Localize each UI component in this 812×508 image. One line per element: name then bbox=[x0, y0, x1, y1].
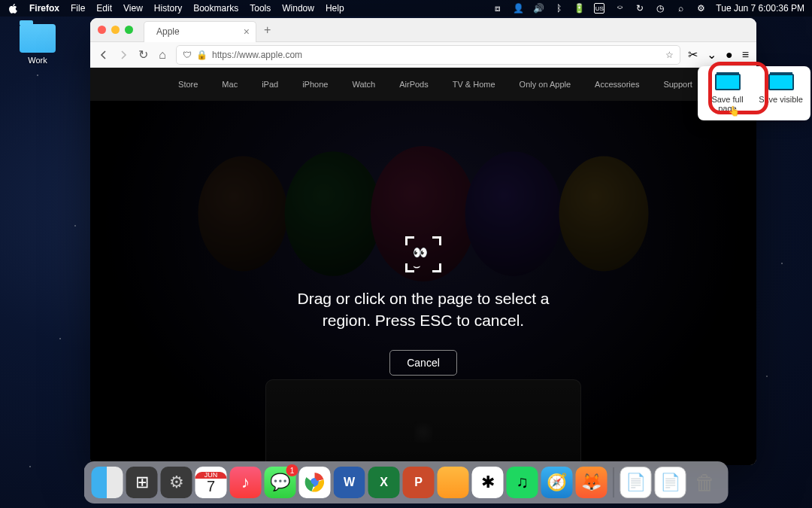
macos-dock: ⊞ ⚙ JUN7 ♪ 💬1 W X P ✱ ♫ 🧭 🦊 📄 📄 🗑 bbox=[84, 461, 729, 503]
url-text: https://www.apple.com bbox=[212, 50, 302, 60]
apple-logo-icon[interactable] bbox=[8, 3, 18, 14]
bluetooth-icon[interactable]: ᛒ bbox=[553, 3, 564, 14]
save-visible-button[interactable]: Save visible bbox=[754, 71, 807, 116]
home-button[interactable]: ⌂ bbox=[156, 49, 168, 61]
save-full-page-button[interactable]: Save full page bbox=[701, 71, 754, 116]
tab-close-button[interactable]: × bbox=[244, 26, 250, 38]
user-icon[interactable]: 👤 bbox=[513, 3, 523, 14]
menu-tools[interactable]: Tools bbox=[250, 3, 271, 14]
dock-slack[interactable]: ✱ bbox=[472, 467, 504, 498]
forward-button[interactable] bbox=[117, 49, 129, 61]
dock-spotify[interactable]: ♫ bbox=[507, 467, 538, 498]
hero-section: 👀⌣ Drag or click on the page to select a… bbox=[90, 101, 756, 465]
dock-firefox[interactable]: 🦊 bbox=[576, 467, 607, 498]
dock-launchpad[interactable]: ⊞ bbox=[126, 467, 158, 498]
nav-tvhome[interactable]: TV & Home bbox=[453, 80, 495, 89]
page-content: Store Mac iPad iPhone Watch AirPods TV &… bbox=[90, 68, 756, 465]
menu-view[interactable]: View bbox=[123, 3, 143, 14]
overlay-instruction: Drag or click on the page to select a re… bbox=[297, 287, 549, 332]
crop-region-icon: 👀⌣ bbox=[405, 236, 441, 272]
sync-icon[interactable]: ↻ bbox=[635, 3, 645, 14]
messages-badge: 1 bbox=[286, 464, 298, 476]
menubar-clock[interactable]: Tue Jun 7 6:00:36 PM bbox=[716, 3, 804, 14]
nav-only[interactable]: Only on Apple bbox=[520, 80, 571, 89]
bookmark-star-icon[interactable]: ☆ bbox=[665, 50, 674, 60]
menu-edit[interactable]: Edit bbox=[96, 3, 112, 14]
dock-messages[interactable]: 💬1 bbox=[265, 467, 296, 498]
nav-watch[interactable]: Watch bbox=[352, 80, 375, 89]
dock-folder[interactable] bbox=[438, 467, 469, 498]
dock-chrome[interactable] bbox=[299, 467, 331, 498]
fullpage-thumb-icon bbox=[715, 74, 741, 90]
pocket-icon[interactable]: ⌄ bbox=[707, 47, 717, 62]
save-full-label: Save full page bbox=[702, 95, 753, 113]
visible-thumb-icon bbox=[768, 74, 794, 90]
menu-window[interactable]: Window bbox=[282, 3, 314, 14]
menu-help[interactable]: Help bbox=[326, 3, 344, 14]
url-bar[interactable]: 🛡 🔒 https://www.apple.com ☆ bbox=[176, 45, 680, 65]
nav-airpods[interactable]: AirPods bbox=[399, 80, 429, 89]
nav-ipad[interactable]: iPad bbox=[262, 80, 278, 89]
new-tab-button[interactable]: + bbox=[264, 23, 271, 37]
tab-bar: Apple × + bbox=[90, 18, 756, 42]
nav-accessories[interactable]: Accessories bbox=[595, 80, 639, 89]
input-source-icon[interactable]: US bbox=[594, 3, 604, 14]
lock-icon[interactable]: 🔒 bbox=[196, 50, 208, 60]
dock-settings[interactable]: ⚙ bbox=[161, 467, 192, 498]
volume-icon[interactable]: 🔊 bbox=[533, 3, 544, 14]
dock-music[interactable]: ♪ bbox=[230, 467, 262, 498]
dock-word[interactable]: W bbox=[334, 467, 365, 498]
clock-icon[interactable]: ◷ bbox=[655, 3, 665, 14]
dock-recent-doc[interactable]: 📄 bbox=[620, 467, 652, 498]
save-visible-label: Save visible bbox=[756, 95, 806, 104]
desktop-folder-work[interactable]: Work bbox=[15, 24, 60, 65]
account-icon[interactable]: ● bbox=[726, 48, 733, 62]
nav-store[interactable]: Store bbox=[178, 80, 198, 89]
screenshot-overlay[interactable]: 👀⌣ Drag or click on the page to select a… bbox=[90, 101, 756, 465]
menu-history[interactable]: History bbox=[154, 3, 182, 14]
window-controls bbox=[98, 26, 133, 34]
dock-recent-doc[interactable]: 📄 bbox=[655, 467, 686, 498]
dock-safari[interactable]: 🧭 bbox=[541, 467, 573, 498]
dock-excel[interactable]: X bbox=[368, 467, 400, 498]
dock-finder[interactable] bbox=[92, 467, 123, 498]
window-minimize-button[interactable] bbox=[111, 26, 120, 34]
cancel-button[interactable]: Cancel bbox=[389, 350, 457, 376]
browser-tab[interactable]: Apple × bbox=[144, 21, 256, 42]
dock-separator bbox=[614, 467, 614, 497]
menubar-app-name[interactable]: Firefox bbox=[29, 3, 59, 14]
menu-bookmarks[interactable]: Bookmarks bbox=[193, 3, 238, 14]
toolbar: ↻ ⌂ 🛡 🔒 https://www.apple.com ☆ ✂ ⌄ ● ≡ bbox=[90, 42, 756, 68]
wifi-icon[interactable]: ⌔ bbox=[614, 3, 625, 14]
macos-menubar: Firefox File Edit View History Bookmarks… bbox=[0, 0, 812, 17]
spotlight-icon[interactable]: ⌕ bbox=[675, 3, 686, 14]
screenshot-ext-icon[interactable]: ✂ bbox=[688, 47, 698, 62]
battery-icon[interactable]: 🔋 bbox=[574, 3, 584, 14]
hamburger-menu-icon[interactable]: ≡ bbox=[742, 48, 749, 62]
menu-file[interactable]: File bbox=[71, 3, 85, 14]
back-button[interactable] bbox=[98, 49, 110, 61]
control-center-icon[interactable]: ⚙ bbox=[695, 3, 706, 14]
nav-iphone[interactable]: iPhone bbox=[302, 80, 328, 89]
dropbox-icon[interactable]: ⧈ bbox=[492, 3, 503, 14]
screenshot-popup: Save full page Save visible bbox=[698, 66, 810, 120]
tab-title: Apple bbox=[156, 26, 180, 37]
shield-icon[interactable]: 🛡 bbox=[183, 50, 192, 60]
folder-label: Work bbox=[15, 56, 60, 65]
dock-powerpoint[interactable]: P bbox=[403, 467, 435, 498]
firefox-window: Apple × + ↻ ⌂ 🛡 🔒 https://www.apple.com … bbox=[90, 18, 756, 465]
apple-site-nav: Store Mac iPad iPhone Watch AirPods TV &… bbox=[90, 68, 756, 101]
dock-calendar[interactable]: JUN7 bbox=[195, 467, 227, 498]
nav-mac[interactable]: Mac bbox=[222, 80, 238, 89]
nav-support[interactable]: Support bbox=[663, 80, 692, 89]
reload-button[interactable]: ↻ bbox=[137, 49, 149, 61]
window-close-button[interactable] bbox=[98, 26, 106, 34]
window-maximize-button[interactable] bbox=[125, 26, 133, 34]
dock-trash[interactable]: 🗑 bbox=[689, 467, 721, 498]
folder-icon bbox=[20, 24, 56, 53]
